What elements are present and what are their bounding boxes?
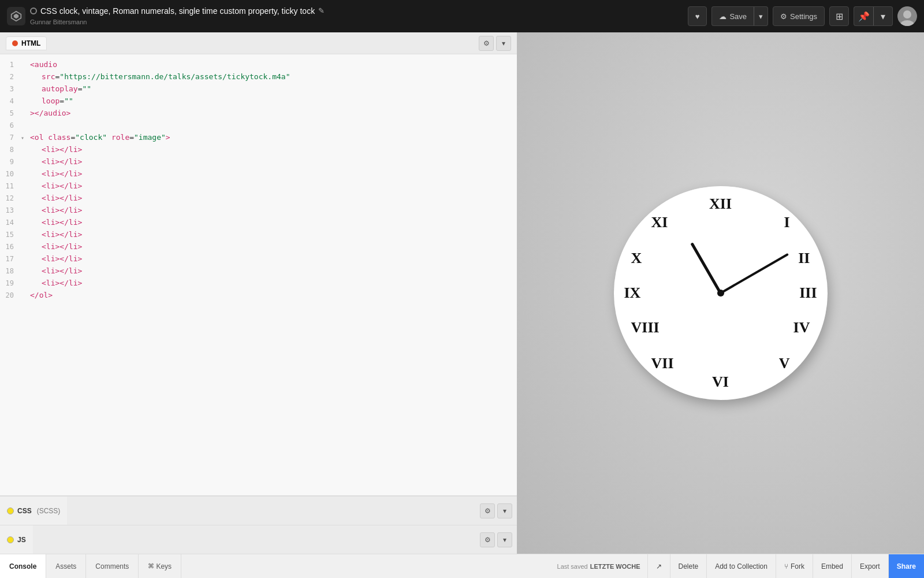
line-number: 5	[0, 108, 21, 119]
fold-toggle	[21, 229, 29, 231]
add-to-collection-label: Add to Collection	[715, 562, 767, 570]
export-label: Export	[860, 562, 880, 570]
line-content: <li></li>	[29, 205, 517, 217]
html-tab[interactable]: HTML	[6, 36, 47, 50]
chevron-icon: ▾	[502, 39, 505, 47]
code-line: 7▾<ol class="clock" role="image">	[0, 132, 517, 144]
preview-panel: XII I II III IV V VI VII VIII IX X XI	[517, 32, 924, 554]
save-dropdown-button[interactable]: ▾	[754, 6, 768, 26]
code-line: 13<li></li>	[0, 205, 517, 217]
status-prefix: Last saved	[557, 563, 588, 570]
line-number: 15	[0, 229, 21, 240]
line-number: 3	[0, 83, 21, 95]
clock-center	[717, 290, 724, 297]
line-content: <li></li>	[29, 253, 517, 265]
fold-toggle	[21, 205, 29, 206]
code-line: 18<li></li>	[0, 265, 517, 277]
line-content: <li></li>	[29, 180, 517, 192]
bottom-action-buttons: Delete Add to Collection ⑂ Fork Embed Ex…	[670, 554, 925, 578]
pen-title: CSS clock, vintage, Roman numerals, sing…	[40, 6, 315, 16]
numeral-5: V	[779, 355, 790, 372]
editor-panel: HTML ⚙ ▾ 1<audio2src="https://bittersman…	[0, 32, 517, 554]
heart-icon: ♥	[695, 12, 700, 21]
line-number: 2	[0, 71, 21, 83]
line-content: <li></li>	[29, 265, 517, 277]
line-number: 20	[0, 290, 21, 301]
pin-dropdown-button[interactable]: ▾	[873, 6, 893, 26]
html-collapse-button[interactable]: ▾	[496, 36, 511, 51]
line-content: <li></li>	[29, 168, 517, 180]
fold-toggle	[21, 192, 29, 194]
share-button[interactable]: Share	[888, 554, 924, 578]
console-tab-label: Console	[9, 562, 36, 570]
save-button[interactable]: ☁ Save	[711, 6, 754, 26]
export-button[interactable]: Export	[851, 554, 888, 578]
embed-label: Embed	[821, 562, 843, 570]
fold-toggle[interactable]: ▾	[21, 132, 29, 143]
heart-button[interactable]: ♥	[688, 6, 707, 26]
line-content: <li></li>	[29, 229, 517, 241]
delete-button[interactable]: Delete	[670, 554, 707, 578]
open-in-new-tab-button[interactable]: ↗	[647, 554, 670, 578]
fold-toggle	[21, 144, 29, 146]
clock-face: XII I II III IV V VI VII VIII IX X XI	[614, 186, 828, 400]
code-line: 19<li></li>	[0, 277, 517, 290]
numeral-6: VI	[712, 373, 729, 391]
fold-toggle	[21, 277, 29, 279]
gear-icon: ⚙	[780, 12, 787, 21]
settings-button[interactable]: ⚙ Settings	[773, 6, 825, 26]
numeral-2: II	[798, 250, 810, 267]
html-tab-controls: ⚙ ▾	[479, 36, 511, 51]
code-line: 9<li></li>	[0, 156, 517, 168]
comments-tab[interactable]: Comments	[86, 554, 139, 578]
change-view-button[interactable]: ⊞	[829, 6, 849, 26]
add-to-collection-button[interactable]: Add to Collection	[706, 554, 776, 578]
embed-button[interactable]: Embed	[813, 554, 851, 578]
main-area: HTML ⚙ ▾ 1<audio2src="https://bittersman…	[0, 32, 924, 554]
css-collapse-button[interactable]: ▾	[497, 503, 512, 518]
title-area: CSS clock, vintage, Roman numerals, sing…	[30, 6, 354, 27]
assets-tab-label: Assets	[55, 562, 76, 570]
html-tab-bar: HTML ⚙ ▾	[0, 32, 517, 54]
js-settings-button[interactable]: ⚙	[480, 532, 495, 547]
line-content: src="https://bittersmann.de/talks/assets…	[29, 71, 517, 83]
line-content: ></audio>	[29, 108, 517, 120]
assets-tab[interactable]: Assets	[46, 554, 86, 578]
css-tab[interactable]: CSS (SCSS)	[0, 497, 67, 525]
logo[interactable]	[7, 7, 25, 25]
css-settings-button[interactable]: ⚙	[480, 503, 495, 518]
share-label: Share	[897, 562, 916, 570]
fork-button[interactable]: ⑂ Fork	[776, 554, 813, 578]
fold-toggle	[21, 290, 29, 291]
console-tab[interactable]: Console	[0, 554, 46, 578]
js-tab-dot	[7, 536, 14, 543]
save-dropdown-icon: ▾	[759, 12, 763, 21]
line-number: 7	[0, 132, 21, 143]
code-line: 16<li></li>	[0, 241, 517, 253]
line-number: 19	[0, 277, 21, 289]
html-settings-button[interactable]: ⚙	[479, 36, 494, 51]
code-line: 17<li></li>	[0, 253, 517, 265]
line-number: 18	[0, 265, 21, 277]
pin-button[interactable]: 📌	[854, 6, 873, 26]
user-avatar[interactable]	[897, 6, 917, 26]
code-line: 14<li></li>	[0, 217, 517, 229]
fold-toggle	[21, 156, 29, 158]
js-collapse-button[interactable]: ▾	[497, 532, 512, 547]
keys-tab[interactable]: ⌘ Keys	[139, 554, 181, 578]
cloud-icon: ☁	[719, 12, 726, 21]
code-line: 15<li></li>	[0, 229, 517, 241]
html-code-area[interactable]: 1<audio2src="https://bittersmann.de/talk…	[0, 54, 517, 495]
css-tab-controls: ⚙ ▾	[480, 503, 517, 518]
chevron-icon: ▾	[503, 507, 506, 515]
edit-title-icon[interactable]: ✎	[318, 6, 325, 15]
chevron-icon: ▾	[503, 536, 506, 544]
js-tab[interactable]: JS	[0, 525, 33, 554]
fold-toggle	[21, 253, 29, 255]
fold-toggle	[21, 180, 29, 182]
line-number: 17	[0, 253, 21, 265]
line-content: <li></li>	[29, 241, 517, 253]
line-content: autoplay=""	[29, 83, 517, 95]
css-tab-sub: (SCSS)	[37, 507, 61, 515]
line-number: 13	[0, 205, 21, 216]
